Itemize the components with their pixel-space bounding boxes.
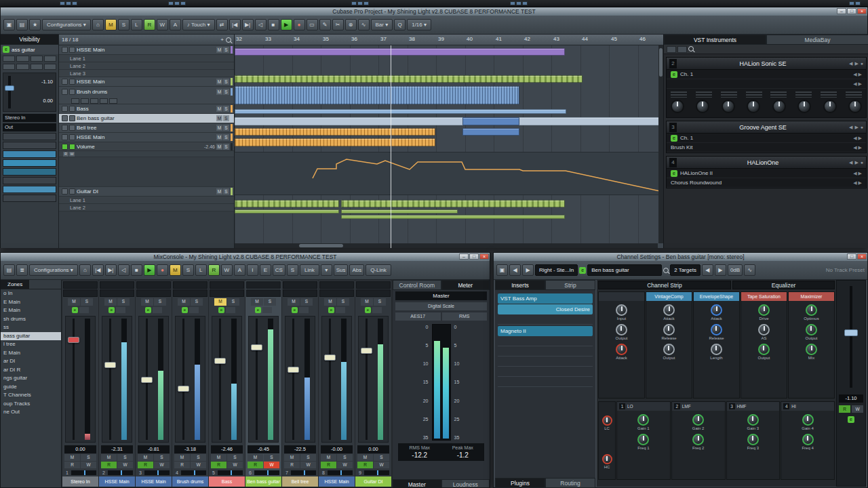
track-row[interactable]: HSSE Main M S bbox=[59, 77, 234, 87]
mute-button[interactable]: M bbox=[324, 298, 336, 306]
toolbar-button[interactable]: ▣ bbox=[3, 19, 15, 30]
input-routing[interactable]: Stereo In bbox=[3, 114, 56, 122]
mute-button[interactable]: M bbox=[216, 106, 222, 112]
output-routing-slot[interactable] bbox=[283, 289, 317, 297]
solo-button[interactable]: S bbox=[154, 454, 170, 461]
strip-module[interactable]: Tape Saturation Drive AS Output bbox=[741, 291, 787, 399]
record-enable-icon[interactable] bbox=[69, 89, 75, 95]
edit-channel-button[interactable]: e bbox=[579, 267, 586, 274]
toolbar-button[interactable]: A bbox=[170, 19, 181, 30]
mixer-channel-strip[interactable]: M S e -0.45 M S bbox=[245, 281, 281, 487]
quick-control-knob[interactable] bbox=[772, 100, 786, 113]
track-row[interactable]: HSSE Main M S bbox=[59, 133, 234, 142]
clip[interactable] bbox=[235, 86, 519, 104]
event-display[interactable] bbox=[235, 45, 663, 248]
eq-band[interactable]: 4 HI Gain 4 Freq 4 bbox=[781, 401, 835, 480]
preset-arrows[interactable]: ◀ ▶ bbox=[853, 136, 862, 141]
clip[interactable] bbox=[341, 209, 458, 214]
toolbar-button[interactable]: ⊗ bbox=[345, 19, 357, 30]
toolbar-button[interactable]: ▭ bbox=[307, 19, 318, 30]
channel-list-item[interactable]: E Main bbox=[1, 306, 61, 315]
clip[interactable] bbox=[235, 128, 435, 136]
toolbar-button[interactable]: E bbox=[260, 264, 271, 276]
read-button[interactable]: R bbox=[357, 462, 373, 468]
solo-button[interactable]: S bbox=[337, 454, 353, 461]
read-button[interactable]: R bbox=[284, 462, 300, 468]
clip[interactable] bbox=[235, 117, 662, 125]
toolbar-button[interactable]: S bbox=[118, 19, 130, 30]
strip-module[interactable]: VintageComp Attack Release Output bbox=[646, 291, 692, 399]
channel-list-item[interactable]: ne Out bbox=[1, 408, 61, 417]
eq-band[interactable]: 1 LO Gain 1 Freq 1 bbox=[616, 401, 671, 480]
module-knob[interactable] bbox=[616, 344, 627, 355]
output-routing-slot[interactable] bbox=[100, 289, 134, 297]
mute-button[interactable]: M bbox=[321, 454, 336, 461]
mute-button[interactable]: M bbox=[211, 454, 226, 461]
write-button[interactable]: W bbox=[300, 462, 316, 468]
toolbar-button[interactable]: W bbox=[157, 19, 168, 30]
add-track-button[interactable]: + bbox=[220, 37, 224, 43]
quick-control-knob[interactable] bbox=[671, 100, 684, 113]
solo-button[interactable]: S bbox=[154, 298, 166, 306]
clip[interactable] bbox=[462, 117, 519, 125]
channel-name-label[interactable]: Bass bbox=[209, 476, 245, 487]
toolbar-button[interactable]: ▶| bbox=[242, 19, 254, 30]
mute-button[interactable]: M bbox=[214, 298, 226, 306]
mute-button[interactable]: M bbox=[216, 47, 222, 53]
module-knob[interactable] bbox=[616, 304, 627, 316]
rack-view-icon[interactable] bbox=[667, 46, 676, 53]
edit-instrument-button[interactable]: e bbox=[671, 170, 677, 177]
track-row[interactable]: Bass M S bbox=[59, 104, 234, 114]
write-button[interactable]: W bbox=[154, 462, 170, 468]
module-knob[interactable] bbox=[711, 304, 722, 316]
module-knob[interactable] bbox=[758, 304, 770, 316]
module-title[interactable] bbox=[599, 292, 644, 301]
record-enable-icon[interactable] bbox=[69, 144, 75, 150]
volume-fader-handle[interactable] bbox=[5, 85, 14, 91]
solo-button[interactable]: S bbox=[264, 454, 279, 461]
panel-tab[interactable]: Loudness bbox=[441, 479, 490, 487]
write-button[interactable]: W bbox=[264, 462, 279, 468]
pan-control[interactable] bbox=[144, 470, 170, 475]
channel-name-label[interactable]: HSSE Main bbox=[136, 476, 172, 487]
eq-freq-knob[interactable] bbox=[802, 434, 814, 445]
project-titlebar[interactable]: Cubase Pro Project - My Shining Light v2… bbox=[1, 7, 867, 16]
mixer-channel-strip[interactable]: M S e -2.46 M S bbox=[209, 281, 245, 487]
toolbar-button[interactable]: S bbox=[287, 264, 298, 276]
channel-list-item[interactable]: E Main bbox=[1, 298, 61, 307]
search-icon[interactable] bbox=[226, 37, 231, 43]
panel-tab[interactable]: VST Instruments bbox=[664, 35, 766, 45]
clip[interactable] bbox=[235, 209, 339, 214]
channel-settings-titlebar[interactable]: Channel Settings - Ben bass guitar [mono… bbox=[494, 253, 867, 261]
pan-control[interactable] bbox=[328, 470, 353, 475]
toolbar-button[interactable]: |◀ bbox=[229, 19, 241, 30]
panel-tab[interactable]: Strip bbox=[545, 280, 595, 290]
channel-list-item[interactable]: ss bbox=[1, 323, 61, 332]
channel-name-label[interactable]: HSSE Main bbox=[319, 476, 355, 487]
vertical-scrollbar[interactable] bbox=[658, 45, 663, 243]
channel-strip-header[interactable]: Channel Strip bbox=[598, 281, 731, 289]
clip[interactable] bbox=[235, 138, 435, 146]
clip[interactable] bbox=[462, 128, 519, 136]
edit-channel-button[interactable]: e bbox=[145, 307, 151, 313]
eq-gain-knob[interactable] bbox=[802, 414, 814, 426]
horizontal-scrollbar[interactable] bbox=[235, 243, 658, 248]
preset-arrows[interactable]: ◀ ▶ bbox=[853, 145, 862, 150]
toolbar-button[interactable]: 1/16 ▾ bbox=[407, 19, 431, 30]
edit-channel-button[interactable]: e bbox=[255, 307, 261, 313]
edit-channel-button[interactable]: e bbox=[3, 46, 9, 53]
eq-band-number[interactable]: 2 bbox=[674, 403, 680, 409]
toolbar-button[interactable]: ■ bbox=[268, 19, 279, 30]
panel-tab[interactable]: Routing bbox=[545, 478, 595, 488]
edit-instrument-button[interactable]: e bbox=[671, 135, 677, 142]
track-row[interactable]: Lane 2 bbox=[59, 204, 234, 211]
quick-control-knob[interactable] bbox=[722, 100, 735, 113]
track-row[interactable]: HSSE Main M S bbox=[59, 45, 234, 55]
strip-module[interactable]: EnvelopeShape Attack Release Length bbox=[693, 291, 740, 399]
channel-list-item[interactable]: ar DI bbox=[1, 357, 61, 366]
mute-button[interactable]: M bbox=[216, 125, 222, 131]
preset-arrows[interactable]: ◀ ▶ bbox=[853, 180, 862, 186]
solo-button[interactable]: S bbox=[223, 89, 229, 95]
output-routing-slot[interactable] bbox=[356, 289, 391, 297]
clip[interactable] bbox=[235, 109, 566, 114]
